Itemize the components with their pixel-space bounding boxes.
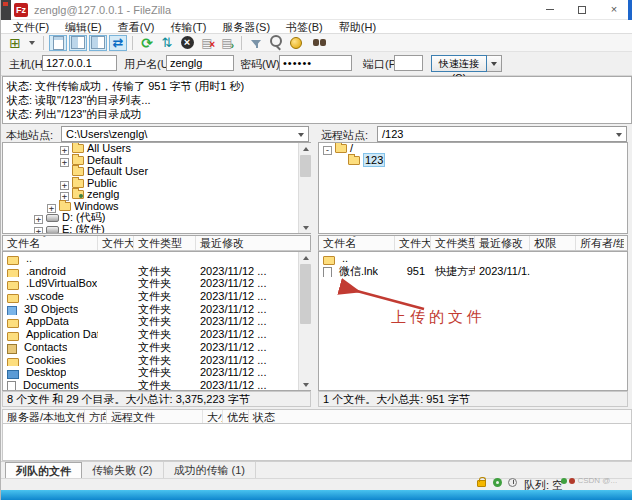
minimize-button[interactable] (537, 2, 563, 18)
local-tree-item[interactable]: +All Users (3, 143, 310, 155)
local-file-row[interactable]: .. (3, 252, 310, 265)
queue-column-header[interactable]: 方向 (85, 410, 107, 423)
file-modified-cell: 2023/11/12 ... (196, 354, 288, 367)
column-header[interactable]: 文件大小 (98, 236, 134, 250)
tree-item-label: 123 (363, 153, 385, 167)
scroll-up-icon[interactable] (299, 143, 312, 154)
background-window-edge (1, 0, 11, 20)
menu-item[interactable]: 服务器(S) (214, 20, 278, 34)
menu-item[interactable]: 传输(T) (162, 20, 214, 34)
cancel-operation-icon[interactable] (178, 35, 196, 51)
queue-column-header[interactable]: 大小 (203, 410, 223, 423)
remote-status-text: 1 个文件。大小总共: 951 字节 (318, 391, 628, 407)
local-file-row[interactable]: .vscode文件夹2023/11/12 ... (3, 290, 310, 303)
quickconnect-button[interactable]: 快速连接(Q) (431, 55, 487, 72)
local-file-row[interactable]: Documents文件夹2023/11/12 ... (3, 379, 310, 391)
scroll-down-icon[interactable] (299, 379, 312, 390)
queue-column-header[interactable]: 服务器/本地文件 (3, 410, 85, 423)
toolbar-separator[interactable] (241, 36, 242, 50)
folder-icon (72, 190, 84, 199)
scroll-down-icon[interactable] (299, 222, 312, 233)
column-header[interactable]: 文件类型 (431, 236, 475, 250)
compare-icon[interactable] (267, 35, 285, 51)
local-file-row[interactable]: 3D Objects文件夹2023/11/12 ... (3, 303, 310, 316)
local-tree-item[interactable]: +D: (代码) (3, 212, 310, 224)
column-header[interactable]: 文件名 (3, 236, 98, 250)
maximize-button[interactable] (569, 2, 595, 18)
column-header[interactable]: 最近修改 (475, 236, 530, 250)
quickconnect-dropdown-icon[interactable] (487, 55, 502, 72)
sync-browsing-icon[interactable] (287, 35, 305, 51)
column-header[interactable]: 文件类型 (134, 236, 196, 250)
scrollbar-thumb[interactable] (300, 155, 311, 177)
local-file-row[interactable]: Desktop文件夹2023/11/12 ... (3, 366, 310, 379)
file-size-cell (98, 379, 134, 391)
file-type-cell: 文件夹 (134, 290, 196, 303)
local-file-row[interactable]: .android文件夹2023/11/12 ... (3, 265, 310, 278)
disconnect-icon[interactable] (198, 35, 216, 51)
local-file-row[interactable]: .Ld9VirtualBox文件夹2023/11/12 ... (3, 277, 310, 290)
menu-item[interactable]: 书签(B) (278, 20, 331, 34)
local-tree-scrollbar[interactable] (298, 143, 311, 233)
toolbar-separator[interactable] (132, 36, 133, 50)
local-tree-item[interactable]: Default User (3, 166, 310, 178)
local-file-row[interactable]: Contacts文件夹2023/11/12 ... (3, 341, 310, 354)
queue-column-header[interactable]: 远程文件 (107, 410, 203, 423)
local-tree-item[interactable]: +E: (软件) (3, 224, 310, 235)
queue-tabs: 列队的文件传输失败 (2)成功的传输 (1) (1, 461, 632, 478)
column-header[interactable]: 权限 (530, 236, 576, 250)
remote-site-combobox[interactable]: /123 (377, 126, 627, 142)
toggle-local-tree-icon[interactable] (69, 35, 87, 51)
site-manager-dropdown-icon[interactable] (26, 35, 38, 51)
tree-expander-icon[interactable]: - (323, 146, 332, 155)
find-files-icon[interactable] (307, 35, 325, 51)
site-manager-icon[interactable] (6, 35, 24, 51)
queue-tab[interactable]: 列队的文件 (5, 462, 82, 478)
host-input[interactable]: 127.0.0.1 (42, 55, 117, 71)
local-site-combobox[interactable]: C:\Users\zenglg\ (61, 126, 309, 142)
tree-expander-icon[interactable]: + (34, 227, 43, 235)
column-header[interactable]: 最近修改 (196, 236, 288, 250)
menu-item[interactable]: 帮助(H) (331, 20, 384, 34)
process-queue-icon[interactable] (158, 35, 176, 51)
queue-tab[interactable]: 传输失败 (2) (82, 462, 164, 478)
menu-item[interactable]: 文件(F) (5, 20, 57, 34)
file-name-cell: Contacts (3, 341, 98, 354)
username-input[interactable]: zenglg (166, 55, 234, 71)
remote-tree-item[interactable]: 123 (319, 155, 627, 167)
queue-tab[interactable]: 成功的传输 (1) (164, 462, 257, 478)
filter-icon[interactable] (247, 35, 265, 51)
file-modified-cell: 2023/11/12 ... (196, 379, 288, 391)
file-type-cell: 文件夹 (134, 265, 196, 278)
close-button[interactable]: × (601, 2, 627, 18)
local-list-scrollbar[interactable] (298, 252, 311, 390)
reconnect-icon[interactable] (218, 35, 236, 51)
password-input[interactable]: •••••• (279, 55, 352, 71)
toggle-remote-tree-icon[interactable] (89, 35, 107, 51)
menu-item[interactable]: 查看(V) (110, 20, 163, 34)
local-tree-item[interactable]: +Default (3, 155, 310, 167)
column-header[interactable]: 所有者/组 (576, 236, 624, 250)
local-file-row[interactable]: Cookies文件夹2023/11/12 ... (3, 354, 310, 367)
column-header[interactable]: 文件大小 (395, 236, 431, 250)
column-header[interactable]: 文件名 (319, 236, 395, 250)
scrollbar-thumb[interactable] (300, 264, 311, 324)
tree-expander-icon[interactable]: + (60, 146, 69, 155)
local-tree-item[interactable]: +Windows (3, 201, 310, 213)
port-input[interactable] (394, 55, 423, 71)
toggle-log-icon[interactable] (49, 35, 67, 51)
scroll-up-icon[interactable] (299, 252, 312, 263)
local-file-row[interactable]: Application Data文件夹2023/11/12 ... (3, 328, 310, 341)
transfer-queue-area[interactable] (2, 424, 632, 461)
local-file-row[interactable]: AppData文件夹2023/11/12 ... (3, 315, 310, 328)
menu-item[interactable]: 编辑(E) (57, 20, 110, 34)
folder-icon (72, 167, 84, 176)
local-tree-item[interactable]: +zenglg (3, 189, 310, 201)
tree-expander-icon[interactable]: + (34, 215, 43, 224)
local-tree-item[interactable]: +Public (3, 178, 310, 190)
toolbar-separator[interactable] (43, 36, 44, 50)
refresh-icon[interactable] (138, 35, 156, 51)
toggle-queue-icon[interactable] (109, 35, 127, 51)
queue-column-header[interactable]: 状态 (249, 410, 289, 423)
queue-column-header[interactable]: 优先级 (223, 410, 249, 423)
